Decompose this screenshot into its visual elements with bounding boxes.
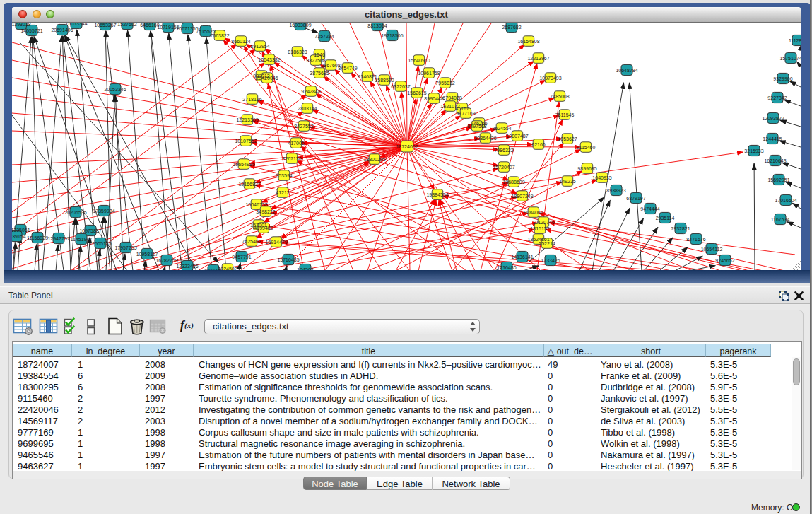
svg-text:10975887: 10975887 [79, 228, 101, 233]
svg-text:7357224: 7357224 [314, 34, 334, 39]
svg-text:7511545: 7511545 [555, 112, 575, 117]
svg-text:41212: 41212 [276, 190, 290, 195]
svg-text:10688609: 10688609 [502, 180, 524, 185]
svg-text:12505135: 12505135 [89, 241, 111, 246]
svg-text:9084067: 9084067 [524, 210, 543, 215]
svg-text:1053627: 1053627 [558, 136, 577, 141]
svg-text:8912954: 8912954 [250, 44, 269, 49]
svg-text:7625402: 7625402 [242, 239, 261, 244]
svg-text:10671355: 10671355 [176, 26, 198, 31]
svg-text:15640910: 15640910 [408, 58, 430, 63]
svg-text:8454749: 8454749 [338, 66, 357, 71]
svg-text:16782759: 16782759 [155, 258, 177, 263]
svg-text:10958117: 10958117 [136, 252, 158, 257]
svg-text:417006: 417006 [288, 141, 304, 146]
svg-text:20206535: 20206535 [64, 210, 86, 215]
svg-text:9474444: 9474444 [640, 206, 659, 211]
svg-text:14136141: 14136141 [511, 255, 533, 259]
svg-text:3215933: 3215933 [744, 148, 763, 153]
svg-text:9777169: 9777169 [456, 111, 475, 116]
svg-text:1815152: 1815152 [530, 226, 549, 231]
svg-text:10973493: 10973493 [539, 76, 561, 81]
svg-text:19166827: 19166827 [238, 182, 260, 187]
svg-text:1167534: 1167534 [771, 217, 790, 222]
svg-text:16210643: 16210643 [764, 158, 786, 163]
svg-text:7955812: 7955812 [435, 81, 454, 86]
svg-text:1024502: 1024502 [218, 267, 237, 271]
svg-text:10120746: 10120746 [532, 220, 554, 225]
svg-text:3624554: 3624554 [492, 126, 511, 131]
svg-text:1640935: 1640935 [592, 175, 611, 180]
svg-text:1527602: 1527602 [117, 23, 136, 27]
svg-text:1393018: 1393018 [12, 23, 31, 27]
svg-text:10648784: 10648784 [616, 68, 637, 73]
svg-text:1733426: 1733426 [541, 258, 560, 263]
svg-text:1244415: 1244415 [763, 136, 782, 141]
svg-text:9242848: 9242848 [301, 89, 320, 94]
svg-text:3267130: 3267130 [282, 156, 301, 161]
svg-text:8990448: 8990448 [424, 96, 443, 101]
svg-text:12093822: 12093822 [762, 116, 784, 121]
svg-text:19384554: 19384554 [426, 192, 448, 197]
svg-text:7932821: 7932821 [671, 226, 690, 231]
svg-text:1588520: 1588520 [375, 78, 394, 83]
svg-text:2935114: 2935114 [656, 216, 675, 221]
svg-text:(x): (x) [184, 321, 194, 330]
svg-text:16914479: 16914479 [265, 240, 287, 245]
svg-text:8186328: 8186328 [288, 49, 307, 54]
svg-text:10807487: 10807487 [506, 134, 528, 139]
svg-text:20053346: 20053346 [104, 87, 126, 92]
svg-text:8813054: 8813054 [367, 23, 387, 28]
svg-text:1939154: 1939154 [12, 234, 26, 239]
svg-text:1716480: 1716480 [497, 265, 516, 270]
svg-text:4099489: 4099489 [254, 226, 273, 230]
svg-text:16033809: 16033809 [289, 23, 311, 28]
svg-text:17957255: 17957255 [114, 245, 136, 250]
svg-text:8660124: 8660124 [231, 39, 250, 44]
svg-text:6497568: 6497568 [467, 124, 486, 129]
svg-text:15720407: 15720407 [493, 165, 514, 170]
svg-text:8938923: 8938923 [606, 188, 625, 193]
svg-text:45167: 45167 [455, 106, 469, 111]
svg-text:1562615: 1562615 [407, 90, 426, 95]
svg-text:17359934: 17359934 [93, 209, 114, 214]
svg-text:15751074: 15751074 [779, 56, 801, 61]
svg-text:6322037: 6322037 [391, 84, 410, 89]
svg-text:3498222: 3498222 [256, 209, 275, 214]
svg-text:7663822: 7663822 [210, 33, 229, 38]
svg-text:104502: 104502 [297, 267, 313, 271]
svg-text:7986322: 7986322 [494, 148, 513, 153]
svg-text:20691406: 20691406 [51, 28, 73, 33]
svg-text:1546: 1546 [314, 52, 325, 57]
svg-text:2718126: 2718126 [242, 97, 261, 102]
svg-text:8471676: 8471676 [686, 237, 705, 242]
svg-text:14055721: 14055721 [20, 28, 42, 33]
svg-text:18724007: 18724007 [396, 144, 418, 149]
svg-text:10107552: 10107552 [235, 139, 257, 144]
svg-text:9327508: 9327508 [306, 58, 325, 63]
svg-text:12323486: 12323486 [176, 264, 198, 269]
svg-text:1112806: 1112806 [789, 38, 801, 43]
svg-text:17016504: 17016504 [775, 198, 796, 203]
svg-text:2803144: 2803144 [298, 106, 317, 111]
svg-text:3875685: 3875685 [310, 71, 329, 76]
svg-text:149235: 149235 [559, 179, 575, 184]
svg-text:12942757: 12942757 [47, 236, 69, 241]
svg-text:253594: 253594 [276, 173, 292, 178]
svg-text:10653267: 10653267 [94, 23, 116, 28]
svg-text:7485008: 7485008 [550, 94, 569, 99]
svg-text:10654112: 10654112 [701, 247, 723, 252]
svg-text:9457791: 9457791 [232, 255, 251, 259]
svg-text:8427552: 8427552 [294, 124, 313, 129]
svg-text:10543382: 10543382 [258, 57, 280, 62]
svg-text:15716485: 15716485 [277, 257, 299, 262]
svg-text:20364436: 20364436 [474, 136, 496, 141]
svg-text:15053344: 15053344 [65, 23, 87, 26]
svg-text:19654985: 19654985 [233, 162, 254, 167]
svg-text:19218506: 19218506 [381, 33, 403, 38]
svg-text:18300295: 18300295 [363, 157, 385, 162]
svg-text:23420046: 23420046 [256, 76, 278, 81]
svg-text:11156829: 11156829 [27, 235, 48, 240]
svg-text:9899695: 9899695 [577, 166, 596, 171]
svg-text:16154808: 16154808 [517, 39, 539, 44]
